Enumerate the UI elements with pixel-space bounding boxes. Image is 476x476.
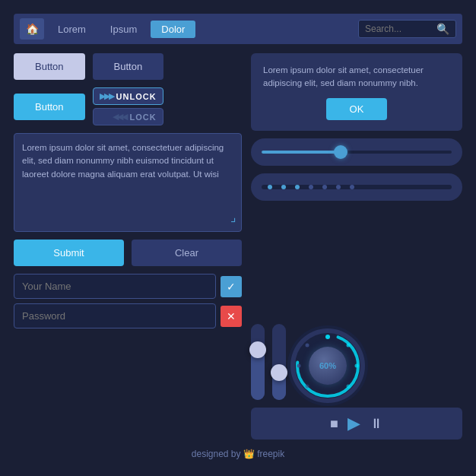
media-controls: ■ ▶ ⏸ xyxy=(251,408,462,440)
svg-point-6 xyxy=(297,364,301,368)
dot-track xyxy=(262,185,452,189)
textarea-box: Lorem ipsum dolor sit amet, consectetuer… xyxy=(14,133,242,232)
search-input[interactable] xyxy=(365,24,433,34)
lock-label: LOCK xyxy=(129,113,156,122)
stop-button[interactable]: ■ xyxy=(330,416,338,432)
name-input-row: ✓ xyxy=(14,274,242,299)
search-icon: 🔍 xyxy=(436,23,449,35)
slider-fill xyxy=(262,151,338,154)
dot-mark-1 xyxy=(268,185,272,189)
vert-slider-1-track[interactable] xyxy=(251,324,265,400)
dot-slider-row[interactable] xyxy=(251,173,462,201)
button-dark-1[interactable]: Button xyxy=(93,53,164,80)
password-input[interactable] xyxy=(14,303,216,328)
svg-point-7 xyxy=(347,385,351,389)
svg-point-5 xyxy=(306,344,309,347)
footer: designed by 👑 freepik xyxy=(14,449,462,462)
ok-button[interactable]: OK xyxy=(326,98,387,120)
nav-item-ipsum[interactable]: Ipsum xyxy=(100,21,148,38)
password-clear-button[interactable]: ✕ xyxy=(221,306,242,327)
unlock-button[interactable]: ▶▶▶ UNLOCK xyxy=(93,87,163,105)
unlock-label: UNLOCK xyxy=(116,92,157,101)
svg-point-8 xyxy=(306,385,309,389)
lock-arrows-icon: ◀◀◀ xyxy=(113,112,126,122)
dot-mark-4 xyxy=(309,185,313,189)
knob-container: 60% xyxy=(294,332,362,400)
nav-item-lorem[interactable]: Lorem xyxy=(47,21,97,38)
dialog-box: Lorem ipsum dolor sit amet, consectetuer… xyxy=(251,53,462,131)
right-panel: Lorem ipsum dolor sit amet, consectetuer… xyxy=(251,53,462,440)
name-check-button[interactable]: ✓ xyxy=(221,276,242,297)
pause-button[interactable]: ⏸ xyxy=(370,416,383,432)
dot-mark-5 xyxy=(322,185,327,189)
vert-slider-1-thumb[interactable] xyxy=(249,341,266,358)
footer-text: designed by xyxy=(192,449,241,459)
textarea-content: Lorem ipsum dolor sit amet, consectetuer… xyxy=(22,143,224,179)
main-area: Button Button Button ▶▶▶ UNLOCK LOCK ◀◀◀ xyxy=(14,53,462,440)
controls-row: 60% xyxy=(251,208,462,401)
nav-home-button[interactable]: 🏠 xyxy=(20,18,44,40)
lock-button[interactable]: LOCK ◀◀◀ xyxy=(93,108,163,125)
slider-row[interactable] xyxy=(251,138,462,166)
dot-marks xyxy=(268,185,354,189)
name-input[interactable] xyxy=(14,274,216,299)
play-button[interactable]: ▶ xyxy=(347,414,360,433)
footer-icon: 👑 xyxy=(243,449,257,459)
vert-slider-2-thumb[interactable] xyxy=(271,364,287,381)
knob-percent-display: 60% xyxy=(309,347,347,385)
vert-slider-2-track[interactable] xyxy=(272,324,286,400)
left-panel: Button Button Button ▶▶▶ UNLOCK LOCK ◀◀◀ xyxy=(14,53,242,440)
navbar: 🏠 Lorem Ipsum Dolor 🔍 xyxy=(14,14,462,44)
unlock-arrows-icon: ▶▶▶ xyxy=(100,91,113,101)
submit-button[interactable]: Submit xyxy=(14,240,124,266)
dot-mark-7 xyxy=(350,185,354,189)
vert-slider-1-container xyxy=(251,324,265,400)
button-light-1[interactable]: Button xyxy=(14,53,85,80)
password-input-row: ✕ xyxy=(14,303,242,328)
footer-brand: freepik xyxy=(257,449,284,459)
vert-slider-2-container xyxy=(272,324,286,400)
search-bar: 🔍 xyxy=(358,20,456,38)
nav-item-dolor[interactable]: Dolor xyxy=(151,21,195,38)
button-blue-1[interactable]: Button xyxy=(14,94,85,120)
svg-point-2 xyxy=(325,335,330,339)
svg-point-3 xyxy=(347,344,351,347)
clear-button[interactable]: Clear xyxy=(132,240,242,266)
svg-point-4 xyxy=(355,364,359,368)
slider-thumb[interactable] xyxy=(334,145,347,159)
input-group: ✓ ✕ xyxy=(14,274,242,328)
dot-mark-3 xyxy=(295,185,300,189)
knob[interactable]: 60% xyxy=(294,332,362,400)
slider-track xyxy=(262,151,452,154)
lock-unlock-group: ▶▶▶ UNLOCK LOCK ◀◀◀ xyxy=(93,87,163,125)
dialog-text: Lorem ipsum dolor sit amet, consectetuer… xyxy=(263,64,450,90)
dot-mark-6 xyxy=(336,185,341,189)
dot-mark-2 xyxy=(281,185,286,189)
lock-row: Button ▶▶▶ UNLOCK LOCK ◀◀◀ xyxy=(14,87,242,125)
action-row: Submit Clear xyxy=(14,240,242,266)
textarea-corner-icon: ⌟ xyxy=(230,208,236,227)
buttons-row-1: Button Button xyxy=(14,53,242,80)
